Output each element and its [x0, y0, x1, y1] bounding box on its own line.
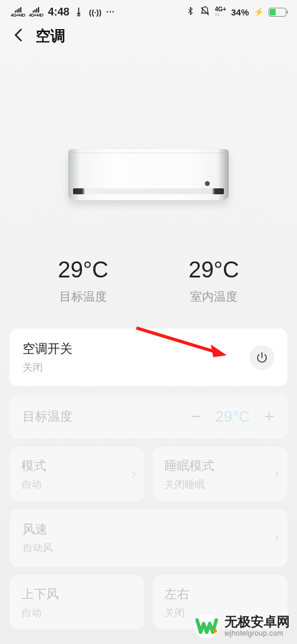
page-title: 空调: [36, 26, 65, 46]
controls-list: 空调开关 关闭 目标温度 − 29°C + 模式 自动 › 睡眠模式 关闭睡眠: [0, 329, 297, 629]
leftright-title: 左右: [165, 586, 276, 602]
status-left: 4G+HD 4G+HD 4:48 ⭳ ((·)) ···: [11, 6, 115, 18]
power-icon: [255, 351, 268, 364]
target-temp-value: 29°C: [58, 257, 109, 283]
network-label: 4G+ ↑↓: [215, 7, 226, 17]
dnd-icon: [200, 6, 210, 18]
temp-minus-button[interactable]: −: [191, 406, 201, 427]
power-button[interactable]: [249, 345, 274, 370]
fan-value: 自动风: [23, 541, 274, 555]
sleep-value: 关闭睡眠: [165, 478, 276, 491]
charging-icon: ⚡: [254, 7, 264, 17]
mode-value: 自动: [21, 478, 132, 491]
updown-card[interactable]: 上下风 自动: [10, 575, 144, 629]
watermark-url: wjhotelgroup.com: [225, 630, 290, 638]
header: 空调: [0, 21, 297, 49]
battery-pct: 34%: [231, 7, 249, 17]
fan-title: 风速: [23, 521, 274, 538]
bluetooth-icon: [186, 7, 195, 17]
temp-plus-button[interactable]: +: [264, 406, 274, 427]
target-temp-display: 29°C: [215, 408, 249, 426]
signal-2: 4G+HD: [29, 7, 43, 18]
chevron-right-icon: ›: [275, 466, 279, 482]
target-temp-block: 29°C 目标温度: [58, 257, 109, 305]
power-title: 空调开关: [23, 340, 249, 357]
svg-point-3: [213, 629, 217, 633]
indoor-temp-value: 29°C: [189, 257, 239, 283]
hotspot-icon: ((·)): [89, 8, 102, 17]
watermark-logo-icon: [194, 613, 220, 639]
clock: 4:48: [48, 6, 69, 18]
indoor-temp-label: 室内温度: [189, 289, 239, 305]
sleep-card[interactable]: 睡眠模式 关闭睡眠 ›: [153, 447, 287, 501]
status-bar: 4G+HD 4G+HD 4:48 ⭳ ((·)) ··· 4G+ ↑↓ 34% …: [0, 0, 297, 21]
chevron-right-icon: ›: [275, 531, 279, 546]
fan-card[interactable]: 风速 自动风 ›: [10, 509, 287, 567]
sleep-title: 睡眠模式: [165, 457, 276, 474]
mode-title: 模式: [21, 457, 132, 474]
chevron-right-icon: ›: [132, 466, 136, 482]
more-icon: ···: [106, 7, 115, 17]
target-temp-title: 目标温度: [23, 408, 191, 425]
target-temp-card[interactable]: 目标温度 − 29°C +: [10, 394, 287, 438]
back-button[interactable]: [11, 27, 27, 46]
watermark: 无极安卓网 wjhotelgroup.com: [194, 613, 290, 639]
battery-icon: [268, 8, 286, 17]
mode-card[interactable]: 模式 自动 ›: [10, 447, 144, 501]
status-right: 4G+ ↑↓ 34% ⚡: [186, 6, 286, 18]
watermark-title: 无极安卓网: [225, 614, 290, 629]
target-temp-label: 目标温度: [58, 289, 109, 305]
device-image: [0, 149, 297, 200]
power-status: 关闭: [23, 361, 249, 374]
updown-value: 自动: [21, 606, 132, 620]
signal-1: 4G+HD: [11, 7, 25, 18]
indoor-temp-block: 29°C 室内温度: [189, 257, 239, 305]
download-icon: ⭳: [74, 7, 84, 17]
power-card[interactable]: 空调开关 关闭: [10, 329, 287, 386]
updown-title: 上下风: [21, 586, 132, 602]
temperature-readout: 29°C 目标温度 29°C 室内温度: [0, 257, 297, 305]
